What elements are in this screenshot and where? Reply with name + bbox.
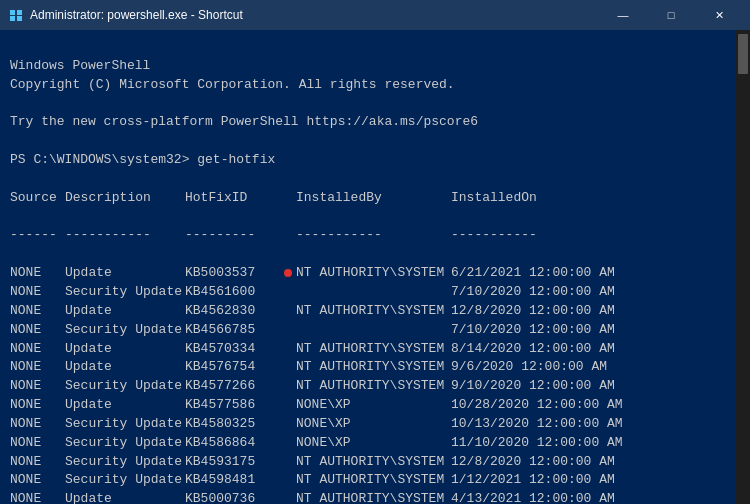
cell-source: NONE <box>10 340 65 359</box>
table-row: NONESecurity UpdateKB4577266NT AUTHORITY… <box>10 377 726 396</box>
window-title: Administrator: powershell.exe - Shortcut <box>30 8 600 22</box>
header-desc: Description <box>65 189 185 208</box>
cell-installed-on: 9/10/2020 12:00:00 AM <box>451 377 615 396</box>
app-icon <box>8 7 24 23</box>
table-row: NONESecurity UpdateKB45667857/10/2020 12… <box>10 321 726 340</box>
cell-hotfix: KB4561600 <box>185 283 280 302</box>
sep-hotfix: --------- <box>185 226 280 245</box>
cell-hotfix: KB5000736 <box>185 490 280 504</box>
line-pscore: Try the new cross-platform PowerShell ht… <box>10 114 478 129</box>
cell-hotfix: KB5003537 <box>185 264 280 283</box>
table-header: Source Description HotFixID InstalledBy … <box>10 189 726 208</box>
table-separator: ------ ----------- --------- -----------… <box>10 226 726 245</box>
header-by: InstalledBy <box>296 189 451 208</box>
cell-desc: Update <box>65 340 185 359</box>
window-controls: — □ ✕ <box>600 0 742 30</box>
terminal-window: Windows PowerShell Copyright (C) Microso… <box>0 30 750 504</box>
sep-desc: ----------- <box>65 226 185 245</box>
line-blank3 <box>10 171 18 186</box>
cell-installed-on: 8/14/2020 12:00:00 AM <box>451 340 615 359</box>
cell-hotfix: KB4580325 <box>185 415 280 434</box>
cell-hotfix: KB4586864 <box>185 434 280 453</box>
cell-source: NONE <box>10 358 65 377</box>
cell-desc: Security Update <box>65 377 185 396</box>
cell-source: NONE <box>10 471 65 490</box>
cell-installed-on: 1/12/2021 12:00:00 AM <box>451 471 615 490</box>
cell-desc: Security Update <box>65 471 185 490</box>
table-row: NONEUpdateKB4570334NT AUTHORITY\SYSTEM8/… <box>10 340 726 359</box>
cell-installed-by: NONE\XP <box>296 415 451 434</box>
cell-source: NONE <box>10 396 65 415</box>
cell-hotfix: KB4562830 <box>185 302 280 321</box>
cell-installed-on: 6/21/2021 12:00:00 AM <box>451 264 615 283</box>
scrollbar[interactable] <box>736 30 750 504</box>
sep-by: ----------- <box>296 226 451 245</box>
cell-installed-on: 7/10/2020 12:00:00 AM <box>451 321 615 340</box>
svg-rect-0 <box>10 10 15 15</box>
table-row: NONEUpdateKB4577586NONE\XP10/28/2020 12:… <box>10 396 726 415</box>
window: Administrator: powershell.exe - Shortcut… <box>0 0 750 504</box>
header-on: InstalledOn <box>451 189 537 208</box>
cell-installed-by: NT AUTHORITY\SYSTEM <box>296 453 451 472</box>
sep-on: ----------- <box>451 226 537 245</box>
cell-source: NONE <box>10 264 65 283</box>
cell-source: NONE <box>10 453 65 472</box>
cell-desc: Update <box>65 302 185 321</box>
cell-hotfix: KB4577586 <box>185 396 280 415</box>
table-row: NONEUpdateKB5003537NT AUTHORITY\SYSTEM6/… <box>10 264 726 283</box>
cell-desc: Update <box>65 396 185 415</box>
sep-source: ------ <box>10 226 65 245</box>
cell-hotfix: KB4576754 <box>185 358 280 377</box>
cell-desc: Security Update <box>65 434 185 453</box>
cell-desc: Security Update <box>65 321 185 340</box>
cell-source: NONE <box>10 434 65 453</box>
cell-source: NONE <box>10 490 65 504</box>
cell-installed-by: NT AUTHORITY\SYSTEM <box>296 471 451 490</box>
scrollbar-thumb[interactable] <box>738 34 748 74</box>
cell-source: NONE <box>10 302 65 321</box>
cell-desc: Update <box>65 358 185 377</box>
cell-desc: Security Update <box>65 453 185 472</box>
cell-installed-on: 10/13/2020 12:00:00 AM <box>451 415 623 434</box>
table-row: NONEUpdateKB4576754NT AUTHORITY\SYSTEM9/… <box>10 358 726 377</box>
minimize-button[interactable]: — <box>600 0 646 30</box>
cell-installed-by: NT AUTHORITY\SYSTEM <box>296 264 451 283</box>
maximize-button[interactable]: □ <box>648 0 694 30</box>
header-source: Source <box>10 189 65 208</box>
cell-installed-on: 12/8/2020 12:00:00 AM <box>451 302 615 321</box>
cell-installed-on: 9/6/2020 12:00:00 AM <box>451 358 607 377</box>
cell-hotfix: KB4593175 <box>185 453 280 472</box>
table-row: NONESecurity UpdateKB4598481NT AUTHORITY… <box>10 471 726 490</box>
svg-rect-3 <box>17 16 22 21</box>
header-hotfix: HotFixID <box>185 189 280 208</box>
cell-desc: Security Update <box>65 415 185 434</box>
cell-hotfix: KB4566785 <box>185 321 280 340</box>
cell-hotfix: KB4570334 <box>185 340 280 359</box>
line-copyright: Copyright (C) Microsoft Corporation. All… <box>10 77 455 92</box>
cell-installed-by: NT AUTHORITY\SYSTEM <box>296 377 451 396</box>
table-row: NONESecurity UpdateKB4593175NT AUTHORITY… <box>10 453 726 472</box>
cell-installed-on: 4/13/2021 12:00:00 AM <box>451 490 615 504</box>
cell-desc: Update <box>65 490 185 504</box>
cell-installed-on: 12/8/2020 12:00:00 AM <box>451 453 615 472</box>
dot-space-header <box>280 189 296 208</box>
line-blank1 <box>10 96 18 111</box>
svg-rect-2 <box>10 16 15 21</box>
title-bar: Administrator: powershell.exe - Shortcut… <box>0 0 750 30</box>
close-button[interactable]: ✕ <box>696 0 742 30</box>
cell-installed-by: NT AUTHORITY\SYSTEM <box>296 490 451 504</box>
prompt-command: PS C:\WINDOWS\system32> get-hotfix <box>10 152 275 167</box>
cell-source: NONE <box>10 321 65 340</box>
terminal-output[interactable]: Windows PowerShell Copyright (C) Microso… <box>0 30 736 504</box>
dot-space-sep <box>280 226 296 245</box>
line-blank2 <box>10 133 18 148</box>
cell-installed-on: 7/10/2020 12:00:00 AM <box>451 283 615 302</box>
cell-source: NONE <box>10 377 65 396</box>
cell-installed-by: NT AUTHORITY\SYSTEM <box>296 302 451 321</box>
table-row: NONESecurity UpdateKB45616007/10/2020 12… <box>10 283 726 302</box>
cell-installed-by: NONE\XP <box>296 434 451 453</box>
cell-desc: Update <box>65 264 185 283</box>
table-row: NONESecurity UpdateKB4586864NONE\XP11/10… <box>10 434 726 453</box>
line-powershell-header: Windows PowerShell <box>10 58 150 73</box>
table-row: NONEUpdateKB4562830NT AUTHORITY\SYSTEM12… <box>10 302 726 321</box>
